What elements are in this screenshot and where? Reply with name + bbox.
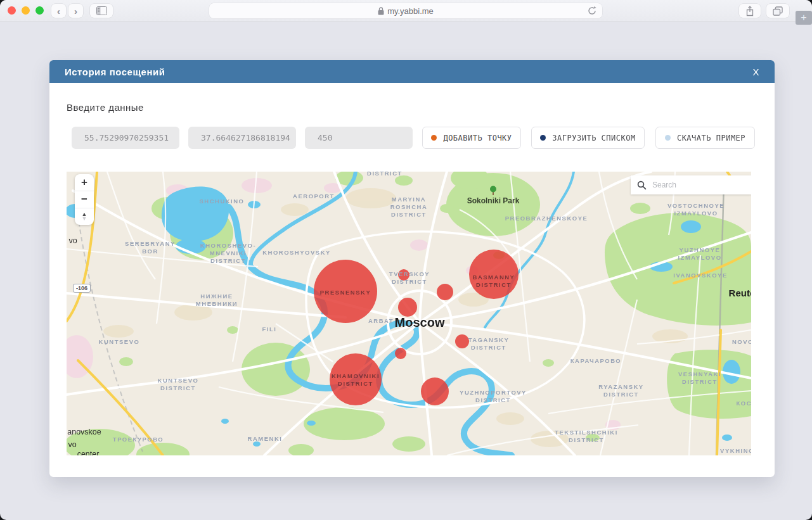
map-labels-layer: -106 DISTRICTSHCHUKINOAEROPORTMARYINA RO… [67,172,751,455]
forward-icon: › [74,6,77,16]
close-window-button[interactable] [8,6,16,15]
map-label: YUZHNOYE IZMAYLOVO [678,246,721,262]
map-label: КОСИ [737,400,751,407]
map-label: PREOBRAZHENSKOYE [505,215,588,222]
map-label: Moscow [395,316,445,329]
map-label: VYKHINO [720,447,751,455]
map-label: DISTRICT [367,172,403,177]
map-label: НИЖНИЕ МНЕВНИКИ [196,293,238,308]
minimize-window-button[interactable] [22,6,30,15]
map-zoom-controls: + − ▲ ▼ [75,174,94,225]
zoom-out-button[interactable]: − [75,191,94,208]
back-icon: ‹ [57,6,60,16]
map-label: BASMANNY DISTRICT [473,274,515,289]
map-label: AEROPORT [293,193,335,200]
map-canvas[interactable]: -106 DISTRICTSHCHUKINOAEROPORTMARYINA RO… [67,172,751,455]
share-icon [745,6,754,16]
map-label: YUZHNOPORTOVY DISTRICT [460,389,527,404]
map-label: SHCHUKINO [199,198,244,205]
map-label: IVANOVSKOYE [673,272,727,279]
forward-button[interactable]: › [68,4,83,18]
share-button[interactable] [739,4,761,18]
map-label: PRESNENSKY [320,289,371,296]
map-label: TAGANSKY DISTRICT [468,336,510,352]
map-label: KHOROSHYOVSKY [262,249,331,257]
map-label: KUNTSEVO [99,338,140,346]
tab-overview-button[interactable] [766,4,789,18]
map-label: VESHNYAKI DISTRICT [678,371,721,386]
map-label: vo [68,237,77,245]
reload-icon [587,6,597,16]
navy-dot-icon [540,135,546,141]
tabs-icon [773,6,783,16]
map-label: MARYINA ROSHCHA DISTRICT [390,196,428,219]
road-number-badge: -106 [73,284,91,293]
radius-input[interactable] [305,127,413,149]
plus-icon: + [81,176,87,189]
map-search-input[interactable] [651,180,745,190]
park-tree-icon [489,186,498,196]
download-example-button[interactable]: СКАЧАТЬ ПРИМЕР [655,127,755,149]
map-label: KHOROSHEVO- MNEVNIKI DISTRICT [200,242,256,265]
modal-title: История посещений [65,67,165,77]
map-label: VOSTOCHNOYE IZMAYLOVO [667,202,725,217]
map-label: RAMENKI [248,435,283,443]
load-list-button[interactable]: ЗАГРУЗИТЬ СПИСКОМ [531,127,645,149]
map-label: center [77,450,100,456]
new-tab-button[interactable]: + [796,11,812,25]
map-label: SEREBRYANY BOR [125,240,176,255]
close-modal-button[interactable]: X [752,67,759,77]
visit-history-modal: История посещений X Введите данные ДОБАВ… [49,60,775,477]
lightblue-dot-icon [665,135,671,141]
compass-button[interactable]: ▲ ▼ [75,208,94,225]
map-search-box[interactable] [631,175,751,194]
browser-toolbar: ‹ › my.yabbi.me [0,0,812,22]
sidebar-button[interactable] [90,4,113,18]
map-label: KUNTSEVO DISTRICT [158,377,199,392]
url-text: my.yabbi.me [387,6,434,16]
browser-window: ‹ › my.yabbi.me [0,0,812,520]
zoom-window-button[interactable] [35,6,44,15]
map-label: anovskoe [67,428,101,436]
zoom-in-button[interactable]: + [75,174,94,191]
download-example-label: СКАЧАТЬ ПРИМЕР [677,134,745,143]
map-label: Reutov [729,288,751,298]
map-label: TVERSKOY DISTRICT [389,270,430,286]
map-label: KHAMOVNIKI DISTRICT [332,372,380,388]
add-point-button[interactable]: ДОБАВИТЬ ТОЧКУ [422,127,521,149]
map-label: NOVO [732,338,751,346]
load-list-label: ЗАГРУЗИТЬ СПИСКОМ [552,134,635,143]
map-label: КАРАЧАРОВО [570,357,621,365]
latitude-input[interactable] [72,127,179,149]
modal-header: История посещений X [49,60,775,83]
search-icon [637,181,647,190]
map-label: ТРОЕКУРОВО [113,436,164,443]
reload-button[interactable] [587,6,597,16]
compass-down-icon: ▼ [82,217,87,221]
map-label: TEKSTILSHCHIKI DISTRICT [555,429,618,444]
map-label: Sokolniki Park [467,197,520,205]
add-point-label: ДОБАВИТЬ ТОЧКУ [443,134,512,143]
sidebar-icon [96,6,107,15]
orange-dot-icon [431,135,437,141]
form-label: Введите данные [67,102,144,113]
address-bar[interactable]: my.yabbi.me [209,3,602,18]
map-label: vo [68,441,76,449]
longitude-input[interactable] [188,127,296,149]
map-label: ARBAT [368,317,394,325]
map-label: FILI [262,326,277,333]
back-button[interactable]: ‹ [51,4,66,18]
lock-icon [378,7,384,15]
plus-icon: + [801,12,806,23]
minus-icon: − [81,193,87,206]
map-label: RYAZANSKY DISTRICT [598,383,643,398]
